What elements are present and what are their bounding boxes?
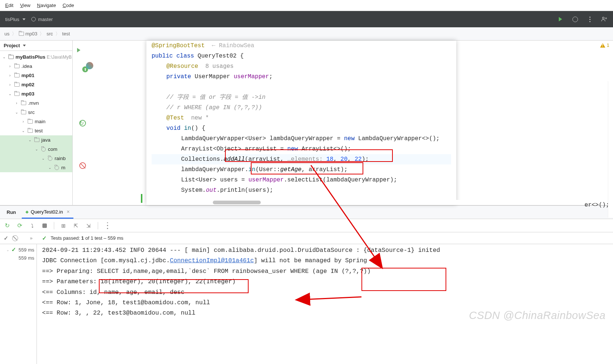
console-line: 2024-09-21 11:29:43.452 INFO 20644 --- [… [42,245,608,256]
error-stripe[interactable] [608,81,613,218]
chevron-down-icon [23,45,26,46]
folder-icon [19,32,24,36]
git-branch-label: master [38,17,53,22]
stack-link[interactable]: ConnectionImpl@101a461c [170,257,254,264]
main-toolbar: tisPlus master [0,11,613,27]
package-icon [41,147,46,152]
export-button[interactable]: ⇱ [73,222,79,229]
warning-icon [600,43,605,48]
tree-idea[interactable]: ›.idea [0,62,72,71]
test-node[interactable]: ⌄✓559 ms [2,246,34,254]
vcs-change-marker [141,194,142,203]
project-header[interactable]: Project [0,41,72,51]
folder-icon [21,110,26,114]
play-icon [559,17,562,21]
svg-point-1 [605,18,606,19]
bc-root[interactable]: us [4,31,10,37]
main-menubar[interactable]: EEditdit View Navigate Code [0,0,613,11]
test-tree[interactable]: ⌄✓559 ms 559 ms [0,244,37,364]
folder-icon [28,129,33,133]
check-icon: ✓ [42,235,47,242]
toggle-auto-button[interactable]: ⤵ [29,222,35,229]
import-button[interactable]: ⇲ [85,222,92,229]
tree-mp01[interactable]: ›mp01 [0,71,72,80]
test-status-bar: ✓ » ✓ Tests passed: 1 of 1 test – 559 ms [0,232,613,244]
test-tab[interactable]: ◆ QueryTest02.in × [22,206,73,219]
run-config-label: tisPlus [5,17,19,22]
layout-button[interactable]: ⊞ [60,222,67,229]
run-class-icon[interactable] [77,48,80,52]
problems-badge[interactable]: 1 [600,43,609,48]
menu-code[interactable]: Code [60,1,76,9]
folder-icon [14,73,20,77]
disable-icon[interactable] [79,162,86,169]
check-icon[interactable]: ✓ [4,235,8,242]
debug-button[interactable] [572,16,578,22]
test-leaf[interactable]: 559 ms [2,254,34,262]
stop-button[interactable] [41,222,48,229]
console-output[interactable]: 2024-09-21 11:29:43.452 INFO 20644 --- [… [37,244,613,364]
tree-m[interactable]: ⌄m [0,163,72,172]
folder-icon [28,119,33,124]
bc-test[interactable]: test [62,31,70,37]
svg-point-0 [602,17,604,19]
menu-view[interactable]: View [18,1,32,9]
next-icon[interactable]: » [30,235,32,241]
code-with-me[interactable] [601,16,608,22]
folder-icon [34,138,39,142]
package-icon [48,156,52,161]
tree-main[interactable]: ›main [0,117,72,126]
bug-icon [572,17,578,22]
author-avatar-icon[interactable] [86,62,93,69]
folder-icon [14,92,20,96]
folder-icon [14,83,20,87]
tree-com[interactable]: ⌄com [0,145,72,154]
git-branch[interactable]: master [31,17,53,22]
folder-icon [14,64,20,68]
rerun-button[interactable]: ↻ [4,222,10,229]
bc-sep: 〉 [12,31,17,37]
console-line: ==> Preparing: SELECT id,name,age,email,… [42,266,608,277]
close-icon[interactable]: × [67,209,70,215]
test-tab-label: QueryTest02.in [31,209,63,215]
rerun-failed-button[interactable]: ⟳ [16,222,23,229]
run-config-selector[interactable]: tisPlus [5,17,25,22]
chevron-down-icon [22,18,25,20]
run-tabs: Run ◆ QueryTest02.in × [0,206,613,219]
tree-mvn[interactable]: ›.mvn [0,98,72,108]
tree-mp02[interactable]: ›mp02 [0,80,72,89]
tree-root[interactable]: ⌄myBatisPlus E:\Java\MyB [0,52,72,62]
project-tree[interactable]: ⌄myBatisPlus E:\Java\MyB ›.idea ›mp01 ›m… [0,51,72,205]
run-tab-button[interactable]: Run [3,206,20,219]
bc-src[interactable]: src [46,31,53,37]
console-line: JDBC Connection [com.mysql.cj.jdbc.Conne… [42,256,608,266]
tree-rainb[interactable]: ⌄rainb [0,154,72,163]
tree-java[interactable]: ⌄java [0,135,72,145]
code-popup[interactable]: @SpringBootTest ← RainbowSea public clas… [146,41,456,204]
tree-test[interactable]: ⌄test [0,126,72,135]
more-actions[interactable] [586,16,593,22]
ignore-icon[interactable] [12,235,18,241]
run-button[interactable] [557,16,564,22]
tree-src[interactable]: ⌄src [0,108,72,117]
editor-h-scrollbar[interactable] [146,200,491,205]
scrollbar-thumb[interactable] [213,201,261,204]
menu-navigate[interactable]: Navigate [35,1,58,9]
editor[interactable]: 1 er<>(); @SpringBootTest ← RainbowSea p… [73,41,613,205]
people-icon [601,16,608,22]
bc-module[interactable]: mp03 [19,31,38,37]
run-tool-window: Run ◆ QueryTest02.in × ↻ ⟳ ⤵ ⊞ ⇱ ⇲ ✓ » ✓… [0,205,613,364]
branch-icon [31,17,36,21]
console-line: ==> Parameters: 18(Integer), 20(Integer)… [42,277,608,287]
tree-mp03[interactable]: ⌄mp03 [0,89,72,98]
project-tool-window: Project ⌄myBatisPlus E:\Java\MyB ›.idea … [0,41,73,205]
folder-icon [21,101,26,105]
run-toolbar: ↻ ⟳ ⤵ ⊞ ⇱ ⇲ [0,219,613,232]
package-icon [55,166,59,170]
problems-count: 1 [607,43,609,48]
reload-icon[interactable] [79,120,86,126]
more-button[interactable] [104,222,111,229]
menu-edit[interactable]: EEditdit [3,1,15,9]
folder-icon [8,55,14,59]
stop-icon [42,223,47,228]
